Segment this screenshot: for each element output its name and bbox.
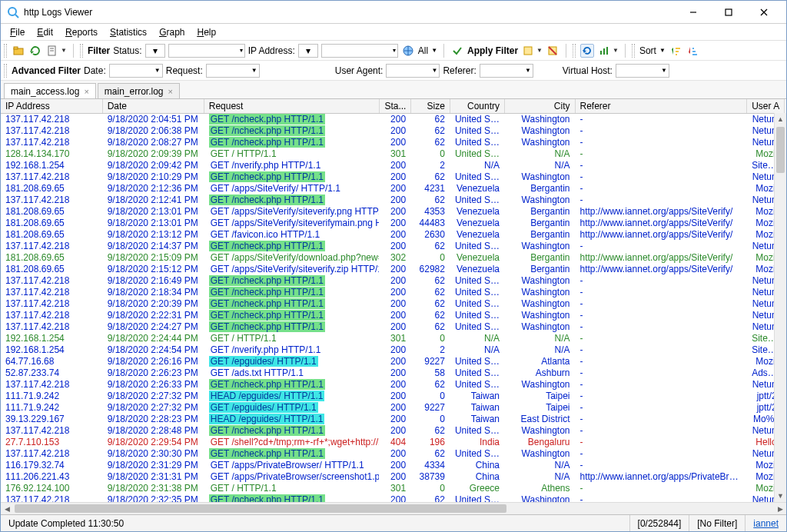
- tab-main_access-log[interactable]: main_access.log×: [4, 83, 96, 98]
- table-row[interactable]: 111.206.221.439/18/2020 2:31:31 PMGET /a…: [1, 471, 785, 483]
- table-row[interactable]: 116.179.32.749/18/2020 2:31:29 PMGET /ap…: [1, 460, 785, 471]
- col-request[interactable]: Request: [204, 99, 380, 114]
- table-row[interactable]: 128.14.134.1709/18/2020 2:09:39 PMGET / …: [1, 148, 785, 160]
- export-dropdown[interactable]: ▼: [521, 44, 543, 58]
- menu-statistics[interactable]: Statistics: [105, 25, 151, 39]
- globe-icon[interactable]: [401, 44, 415, 58]
- all-label[interactable]: All: [418, 45, 428, 56]
- table-row[interactable]: 52.87.233.749/18/2020 2:26:23 PMGET /ads…: [1, 367, 785, 379]
- useragent-filter-combo[interactable]: ▼: [386, 64, 440, 78]
- table-row[interactable]: 181.208.69.659/18/2020 2:13:12 PMGET /fa…: [1, 229, 785, 241]
- refresh-icon[interactable]: [28, 44, 42, 58]
- table-row[interactable]: 111.71.9.2429/18/2020 2:27:32 PMGET /epg…: [1, 402, 785, 414]
- col-ip[interactable]: IP Address: [1, 99, 102, 114]
- table-row[interactable]: 176.92.124.1009/18/2020 2:31:38 PMGET / …: [1, 483, 785, 494]
- table-row[interactable]: 137.117.42.2189/18/2020 2:26:33 PMGET /n…: [1, 379, 785, 391]
- autorefresh-icon[interactable]: [580, 44, 594, 58]
- horizontal-scrollbar[interactable]: ◀ ▶: [1, 502, 786, 514]
- virtualhost-filter-combo[interactable]: ▼: [616, 64, 669, 78]
- table-row[interactable]: 137.117.42.2189/18/2020 2:16:49 PMGET /n…: [1, 275, 785, 287]
- grip-handle[interactable]: [573, 44, 576, 58]
- table-row[interactable]: 137.117.42.2189/18/2020 2:20:39 PMGET /n…: [1, 298, 785, 310]
- col-date[interactable]: Date: [102, 99, 204, 114]
- scroll-thumb[interactable]: [15, 504, 506, 513]
- cell-referer: -: [575, 125, 747, 137]
- table-row[interactable]: 181.208.69.659/18/2020 2:12:36 PMGET /ap…: [1, 183, 785, 195]
- cell-ip: 137.117.42.218: [1, 137, 102, 148]
- ip-value-combo[interactable]: ▾: [321, 44, 398, 58]
- table-row[interactable]: 181.208.69.659/18/2020 2:13:01 PMGET /ap…: [1, 206, 785, 218]
- table-row[interactable]: 39.13.229.1679/18/2020 2:28:23 PMHEAD /e…: [1, 414, 785, 425]
- table-row[interactable]: 181.208.69.659/18/2020 2:13:01 PMGET /ap…: [1, 218, 785, 229]
- data-grid[interactable]: IP AddressDateRequestSta...SizeCountryCi…: [1, 99, 786, 502]
- table-row[interactable]: 137.117.42.2189/18/2020 2:28:48 PMGET /n…: [1, 425, 785, 437]
- cell-date: 9/18/2020 2:10:29 PM: [102, 171, 204, 183]
- minimize-button[interactable]: [676, 2, 711, 23]
- table-row[interactable]: 181.208.69.659/18/2020 2:15:09 PMGET /ap…: [1, 252, 785, 264]
- col-referer[interactable]: Referer: [575, 99, 747, 114]
- apply-icon[interactable]: [450, 44, 464, 58]
- vertical-scrollbar[interactable]: ▲ ▼: [774, 113, 786, 502]
- apply-filter-button[interactable]: Apply Filter: [467, 45, 518, 56]
- table-row[interactable]: 137.117.42.2189/18/2020 2:14:37 PMGET /n…: [1, 241, 785, 252]
- scroll-left-arrow-icon[interactable]: ◀: [1, 503, 13, 514]
- status-combo[interactable]: ▾: [145, 44, 165, 58]
- tab-main_error-log[interactable]: main_error.log×: [98, 83, 180, 98]
- col-city[interactable]: City: [505, 99, 575, 114]
- new-dropdown[interactable]: ▼: [45, 44, 67, 58]
- close-button[interactable]: [746, 2, 782, 23]
- table-row[interactable]: 192.168.1.2549/18/2020 2:24:44 PMGET / H…: [1, 333, 785, 344]
- table-row[interactable]: 137.117.42.2189/18/2020 2:24:27 PMGET /n…: [1, 321, 785, 333]
- table-row[interactable]: 137.117.42.2189/18/2020 2:10:29 PMGET /n…: [1, 171, 785, 183]
- table-row[interactable]: 192.168.1.2549/18/2020 2:09:42 PMGET /nv…: [1, 160, 785, 171]
- request-filter-combo[interactable]: ▼: [206, 64, 260, 78]
- table-row[interactable]: 137.117.42.2189/18/2020 2:30:30 PMGET /n…: [1, 448, 785, 460]
- table-row[interactable]: 27.7.110.1539/18/2020 2:29:54 PMGET /she…: [1, 437, 785, 448]
- tab-close-icon[interactable]: ×: [84, 87, 88, 96]
- table-row[interactable]: 111.71.9.2429/18/2020 2:27:32 PMHEAD /ep…: [1, 391, 785, 402]
- col-status[interactable]: Sta...: [380, 99, 411, 114]
- scroll-right-arrow-icon[interactable]: ▶: [774, 503, 786, 514]
- sort-asc-icon[interactable]: [669, 44, 682, 58]
- table-row[interactable]: 137.117.42.2189/18/2020 2:22:31 PMGET /n…: [1, 310, 785, 321]
- menu-reports[interactable]: Reports: [61, 25, 102, 39]
- maximize-button[interactable]: [711, 2, 746, 23]
- col-ua[interactable]: User A: [747, 99, 785, 114]
- table-row[interactable]: 137.117.42.2189/18/2020 2:18:34 PMGET /n…: [1, 287, 785, 298]
- table-row[interactable]: 137.117.42.2189/18/2020 2:12:41 PMGET /n…: [1, 195, 785, 206]
- referer-filter-combo[interactable]: ▼: [480, 64, 533, 78]
- remove-filter-icon[interactable]: [546, 44, 560, 58]
- status-value-combo[interactable]: ▾: [168, 44, 245, 58]
- cell-country: United St...: [450, 321, 504, 333]
- date-filter-combo[interactable]: ▼: [109, 64, 163, 78]
- table-row[interactable]: 181.208.69.659/18/2020 2:15:12 PMGET /ap…: [1, 264, 785, 275]
- table-row[interactable]: 137.117.42.2189/18/2020 2:08:27 PMGET /n…: [1, 137, 785, 148]
- table-row[interactable]: 137.117.42.2189/18/2020 2:04:51 PMGET /n…: [1, 114, 785, 125]
- table-row[interactable]: 64.77.16.689/18/2020 2:26:16 PMGET /epgu…: [1, 356, 785, 367]
- cell-referer: -: [575, 483, 747, 494]
- menu-edit[interactable]: Edit: [32, 25, 58, 39]
- tab-close-icon[interactable]: ×: [168, 87, 173, 96]
- menu-graph[interactable]: Graph: [154, 25, 189, 39]
- grip-handle[interactable]: [4, 44, 7, 58]
- status-link[interactable]: iannet: [753, 518, 779, 529]
- scroll-thumb[interactable]: [776, 127, 785, 173]
- table-row[interactable]: 137.117.42.2189/18/2020 2:32:35 PMGET /n…: [1, 494, 785, 503]
- ip-op-combo[interactable]: ▾: [298, 44, 318, 58]
- table-row[interactable]: 137.117.42.2189/18/2020 2:06:38 PMGET /n…: [1, 125, 785, 137]
- cell-ip: 137.117.42.218: [1, 114, 102, 125]
- scroll-down-arrow-icon[interactable]: ▼: [775, 490, 786, 502]
- grip-handle[interactable]: [4, 64, 7, 78]
- col-country[interactable]: Country: [450, 99, 504, 114]
- scroll-up-arrow-icon[interactable]: ▲: [775, 113, 786, 125]
- menu-help[interactable]: Help: [193, 25, 221, 39]
- cell-country: United St...: [450, 125, 504, 137]
- table-row[interactable]: 192.168.1.2549/18/2020 2:24:54 PMGET /nv…: [1, 344, 785, 356]
- chart-dropdown[interactable]: ▼: [597, 44, 619, 58]
- grip-handle[interactable]: [632, 44, 635, 58]
- grip-handle[interactable]: [80, 44, 83, 58]
- col-size[interactable]: Size: [411, 99, 450, 114]
- open-icon[interactable]: [12, 44, 25, 58]
- menu-file[interactable]: File: [5, 25, 29, 39]
- sort-desc-icon[interactable]: [686, 44, 699, 58]
